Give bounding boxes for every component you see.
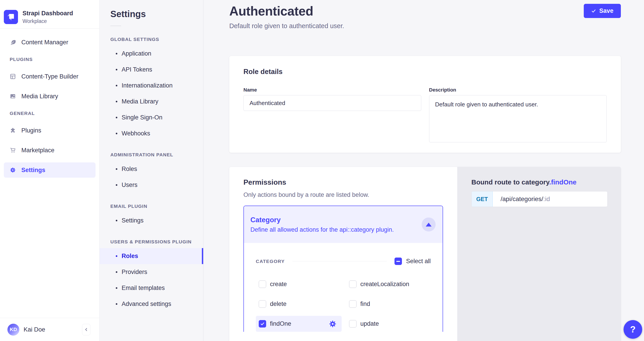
permission-label: find: [360, 300, 370, 307]
subnav-item-single-sign-on[interactable]: Single Sign-On: [100, 110, 203, 126]
category-accordion-header[interactable]: Category Define all allowed actions for …: [244, 206, 442, 243]
name-input[interactable]: [244, 95, 421, 111]
subnav-item-advanced-settings[interactable]: Advanced settings: [100, 296, 203, 312]
route-display: GET /api/categories/:id: [471, 191, 608, 207]
role-details-card: Role details Name Description: [229, 56, 621, 153]
collapse-sidebar-button[interactable]: [82, 324, 90, 335]
sidebar-item-content-manager[interactable]: Content Manager: [4, 35, 96, 50]
subnav-item-media-library[interactable]: Media Library: [100, 94, 203, 110]
page-header-text: Authenticated Default role given to auth…: [229, 4, 344, 30]
subnav-item-label: Email templates: [122, 284, 165, 291]
sidebar-item-label: Marketplace: [21, 147, 54, 154]
cart-icon: [10, 147, 16, 153]
subnav-item-internationalization[interactable]: Internationalization: [100, 78, 203, 94]
brand-home-link[interactable]: Strapi Dashboard Workplace: [0, 0, 99, 29]
strapi-logo-icon: [4, 10, 18, 24]
select-all-checkbox[interactable]: [394, 257, 402, 265]
layout-icon: [10, 73, 16, 80]
permissions-panel: Permissions Only actions bound by a rout…: [229, 167, 457, 341]
route-path-param: :id: [543, 195, 550, 203]
help-button[interactable]: ?: [624, 320, 642, 339]
question-mark-icon: ?: [630, 324, 636, 334]
permission-find: find: [346, 296, 436, 312]
permissions-heading: Permissions: [244, 178, 443, 186]
brand-title: Strapi Dashboard: [22, 10, 73, 17]
sidebar-item-label: Content Manager: [21, 39, 68, 46]
http-method-badge: GET: [472, 191, 493, 207]
page-title: Authenticated: [229, 4, 344, 18]
save-button[interactable]: Save: [584, 4, 621, 18]
role-details-fields: Name Description: [244, 87, 607, 143]
main-sidebar: Strapi Dashboard Workplace Content Manag…: [0, 0, 100, 341]
permissions-subtitle: Only actions bound by a route are listed…: [244, 191, 443, 198]
subnav-item-admin-roles[interactable]: Roles: [100, 161, 203, 177]
main-content: Authenticated Default role given to auth…: [204, 0, 644, 341]
bound-route-prefix: Bound route to category: [471, 178, 549, 186]
indeterminate-icon: [396, 261, 400, 262]
bullet-icon: [116, 255, 117, 257]
subnav-section-email-plugin: EMAIL PLUGIN: [100, 203, 203, 209]
findOne-checkbox[interactable]: [259, 320, 266, 327]
bullet-icon: [116, 220, 117, 221]
bullet-icon: [116, 53, 117, 55]
sidebar-section-general: GENERAL: [10, 111, 96, 116]
subnav-item-label: Single Sign-On: [122, 114, 162, 121]
avatar[interactable]: KD: [8, 324, 19, 335]
permission-create: create: [256, 276, 346, 292]
user-name: Kai Doe: [24, 326, 45, 333]
delete-checkbox[interactable]: [259, 300, 266, 308]
sidebar-item-settings[interactable]: Settings: [4, 162, 96, 178]
bullet-icon: [116, 287, 117, 289]
update-checkbox[interactable]: [349, 320, 356, 327]
settings-subnav: Settings GLOBAL SETTINGS Application API…: [100, 0, 204, 341]
category-group-row: CATEGORY Select all: [256, 257, 431, 265]
subnav-item-email-templates[interactable]: Email templates: [100, 280, 203, 296]
sidebar-item-plugins[interactable]: Plugins: [4, 123, 96, 138]
create-checkbox[interactable]: [259, 280, 266, 288]
subnav-title: Settings: [100, 9, 203, 19]
sidebar-section-plugins: PLUGINS: [10, 57, 96, 62]
collapse-accordion-button[interactable]: [422, 217, 436, 231]
bullet-icon: [116, 303, 117, 305]
sidebar-item-label: Plugins: [21, 127, 41, 134]
subnav-item-label: Settings: [122, 217, 144, 224]
bullet-icon: [116, 271, 117, 273]
description-input[interactable]: [429, 95, 607, 142]
sidebar-item-label: Media Library: [21, 93, 58, 100]
bullet-icon: [116, 117, 117, 118]
subnav-item-application[interactable]: Application: [100, 46, 203, 62]
bullet-icon: [116, 168, 117, 170]
sidebar-item-media-library[interactable]: Media Library: [4, 89, 96, 104]
find-checkbox[interactable]: [349, 300, 356, 308]
permission-findOne: findOne: [256, 316, 342, 332]
permission-label: delete: [270, 300, 286, 307]
subnav-item-email-settings[interactable]: Settings: [100, 213, 203, 228]
sidebar-item-marketplace[interactable]: Marketplace: [4, 143, 96, 158]
subnav-item-label: Roles: [122, 166, 137, 173]
page-header: Authenticated Default role given to auth…: [204, 0, 644, 30]
name-field-group: Name: [244, 87, 421, 143]
findOne-settings-button[interactable]: [329, 320, 337, 328]
subnav-item-admin-users[interactable]: Users: [100, 177, 203, 193]
permission-createLocalization: createLocalization: [346, 276, 436, 292]
permission-label: create: [270, 281, 287, 288]
subnav-item-up-roles[interactable]: Roles: [100, 248, 203, 264]
category-group-label: CATEGORY: [256, 259, 285, 264]
route-path: /api/categories/:id: [493, 191, 550, 207]
createLocalization-checkbox[interactable]: [349, 280, 356, 288]
category-accordion-body: CATEGORY Select all create: [244, 243, 442, 332]
subnav-item-providers[interactable]: Providers: [100, 264, 203, 280]
name-label: Name: [244, 87, 421, 93]
bullet-icon: [116, 184, 117, 186]
pen-icon: [10, 39, 16, 46]
subnav-item-label: Advanced settings: [122, 300, 171, 307]
chevron-left-icon: [84, 327, 88, 332]
subnav-item-label: Roles: [122, 253, 138, 260]
sidebar-item-content-type-builder[interactable]: Content-Type Builder: [4, 69, 96, 84]
select-all-label: Select all: [406, 258, 431, 265]
subnav-item-api-tokens[interactable]: API Tokens: [100, 62, 203, 78]
category-accordion-text: Category Define all allowed actions for …: [250, 216, 394, 233]
subnav-item-webhooks[interactable]: Webhooks: [100, 126, 203, 142]
check-icon: [260, 321, 265, 326]
permission-delete: delete: [256, 296, 346, 312]
